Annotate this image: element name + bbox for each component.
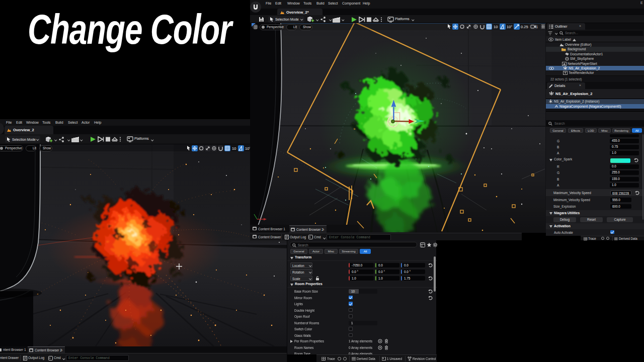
svg-text:10°: 10°: [245, 146, 250, 151]
svg-text:0.25: 0.25: [521, 25, 528, 29]
svg-text:10°: 10°: [507, 25, 512, 29]
svg-text:10: 10: [232, 146, 236, 151]
svg-text:1: 1: [536, 25, 538, 29]
svg-text:10: 10: [494, 25, 498, 29]
